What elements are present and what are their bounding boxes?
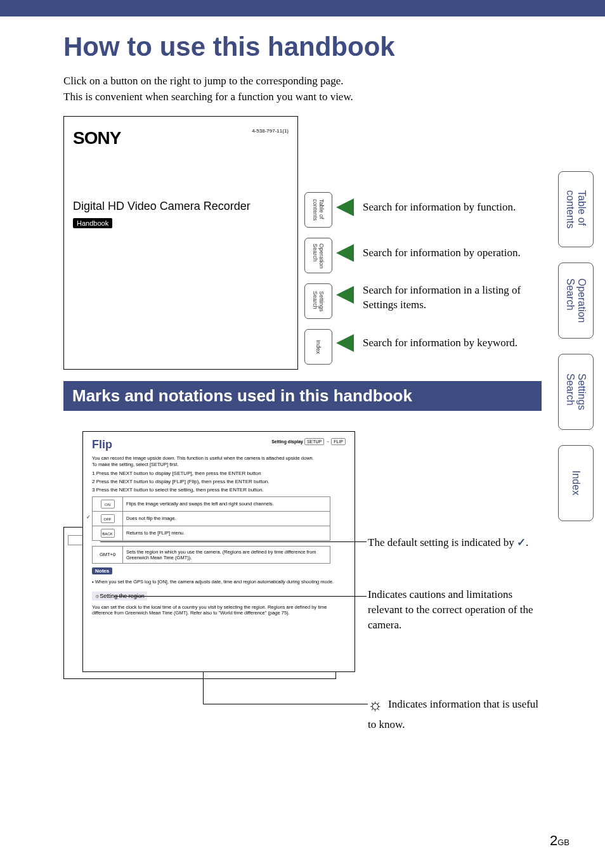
arrow-keyword: Search for information by keyword. xyxy=(336,334,517,352)
product-title: Digital HD Video Camera Recorder xyxy=(73,199,289,214)
nav-tab-settings[interactable]: Settings Search xyxy=(558,354,594,430)
arrow-listing: Search for information in a listing of S… xyxy=(336,283,542,313)
row-desc: Flips the image vertically and swaps the… xyxy=(123,496,330,511)
nav-tab-index[interactable]: Index xyxy=(558,445,594,521)
arrow-function-text: Search for information by function. xyxy=(363,200,516,215)
flip-desc: You can record the image upside down. Th… xyxy=(92,455,346,468)
arrow-icon xyxy=(336,244,354,262)
arrow-icon xyxy=(336,286,354,304)
tab-operation-label: Operation Search xyxy=(312,243,325,269)
tab-toc-label: Table of contents xyxy=(312,199,325,221)
handbook-cover: SONY 4-538-797-11(1) Digital HD Video Ca… xyxy=(63,116,298,370)
step-3: 3 Press the NEXT button to select the se… xyxy=(92,487,346,493)
row-desc: Returns to the [FLIP] menu. xyxy=(123,526,330,540)
gmt-label: GMT+0 xyxy=(93,546,123,563)
nav-tab-operation-label: Operation Search xyxy=(564,278,587,323)
leader-line xyxy=(100,541,367,542)
arrow-listing-text: Search for information in a listing of S… xyxy=(363,283,542,313)
callout-default-text: The default setting is indicated by xyxy=(368,536,517,548)
main-content: How to use this handbook Click on a butt… xyxy=(0,16,605,733)
nav-tab-settings-label: Settings Search xyxy=(564,373,587,410)
callout-cautions: Indicates cautions and limitations relev… xyxy=(368,587,542,632)
nav-tab-operation[interactable]: Operation Search xyxy=(558,262,594,339)
check-icon: ✓ xyxy=(86,514,91,520)
arrow-icon xyxy=(336,198,354,216)
tab-settings: Settings Search xyxy=(304,283,332,319)
table-row: ✓ OFF Does not flip the image. xyxy=(93,511,330,526)
arrow-function: Search for information by function. xyxy=(336,198,516,216)
row-desc: Does not flip the image. xyxy=(123,511,330,526)
tab-index-label: Index xyxy=(315,340,322,354)
inner-page-front: Flip Setting display SETUP → FLIP You ca… xyxy=(82,431,355,672)
callout-useful: ☼ Indicates information that is useful t… xyxy=(368,694,542,732)
tip-body: You can set the clock to the local time … xyxy=(92,604,346,617)
gmt-table: GMT+0 Sets the region in which you use t… xyxy=(92,546,330,564)
arrow-operation: Search for information by operation. xyxy=(336,244,521,262)
step-1: 1 Press the NEXT button to display [SETU… xyxy=(92,470,346,476)
table-row: GMT+0 Sets the region in which you use t… xyxy=(93,546,330,563)
callout-default-suffix: . xyxy=(526,536,528,548)
page-title: How to use this handbook xyxy=(63,32,542,62)
check-icon: ✓ xyxy=(517,536,526,548)
page-num-value: 2 xyxy=(550,832,557,848)
callout-useful-text: Indicates information that is useful to … xyxy=(368,698,538,730)
doc-code: 4-538-797-11(1) xyxy=(252,128,289,134)
gmt-desc: Sets the region in which you use the cam… xyxy=(123,546,330,563)
table-row: BACK Returns to the [FLIP] menu. xyxy=(93,526,330,540)
leader-line xyxy=(203,704,368,704)
top-bar xyxy=(0,0,605,16)
flip-box: FLIP xyxy=(331,438,346,445)
step-2: 2 Press the NEXT button to display [FLIP… xyxy=(92,479,346,484)
tab-index: Index xyxy=(304,329,332,365)
hint-icon-small: ☼ xyxy=(94,593,100,599)
nav-tab-index-label: Index xyxy=(570,470,582,495)
setting-display: Setting display SETUP → FLIP xyxy=(271,438,346,445)
leader-line xyxy=(114,596,367,597)
nav-tab-toc-label: Table of contents xyxy=(564,190,587,228)
settings-table: ON Flips the image vertically and swaps … xyxy=(92,496,330,541)
table-row: ON Flips the image vertically and swaps … xyxy=(93,496,330,511)
leader-line xyxy=(203,672,204,704)
notes-bullet: • When you set the GPS log to [ON], the … xyxy=(92,579,346,585)
tab-settings-label: Settings Search xyxy=(312,291,325,312)
right-nav-tabs: Table of contents Operation Search Setti… xyxy=(558,171,594,536)
nav-tab-toc[interactable]: Table of contents xyxy=(558,171,594,247)
icon-on: ON xyxy=(101,500,115,508)
arrow-operation-text: Search for information by operation. xyxy=(363,246,521,261)
setup-box: SETUP xyxy=(304,438,324,445)
page-num-suffix: GB xyxy=(557,838,569,847)
section-marks-notations: Marks and notations used in this handboo… xyxy=(63,381,542,411)
icon-off: OFF xyxy=(101,514,115,523)
arrow-icon xyxy=(336,334,354,352)
handbook-badge: Handbook xyxy=(73,218,112,228)
tab-toc: Table of contents xyxy=(304,192,332,228)
icon-back: BACK xyxy=(101,529,115,538)
tab-operation: Operation Search xyxy=(304,238,332,273)
hint-icon: ☼ xyxy=(368,696,383,714)
notes-badge: Notes xyxy=(92,567,112,574)
arrow-keyword-text: Search for information by keyword. xyxy=(363,336,517,351)
diagram-handbook-cover: SONY 4-538-797-11(1) Digital HD Video Ca… xyxy=(63,116,542,376)
arrow-glyph: → xyxy=(325,439,330,444)
callout-default: The default setting is indicated by ✓. xyxy=(368,535,528,550)
cover-side-tabs: Table of contents Operation Search Setti… xyxy=(304,192,337,375)
setting-display-label: Setting display xyxy=(271,439,303,444)
page-number: 2GB xyxy=(550,832,569,849)
diagram-inner-page: GMT+0 Flip Setting display SETUP → FLIP … xyxy=(63,429,542,733)
intro-text: Click on a button on the right to jump t… xyxy=(63,74,542,105)
